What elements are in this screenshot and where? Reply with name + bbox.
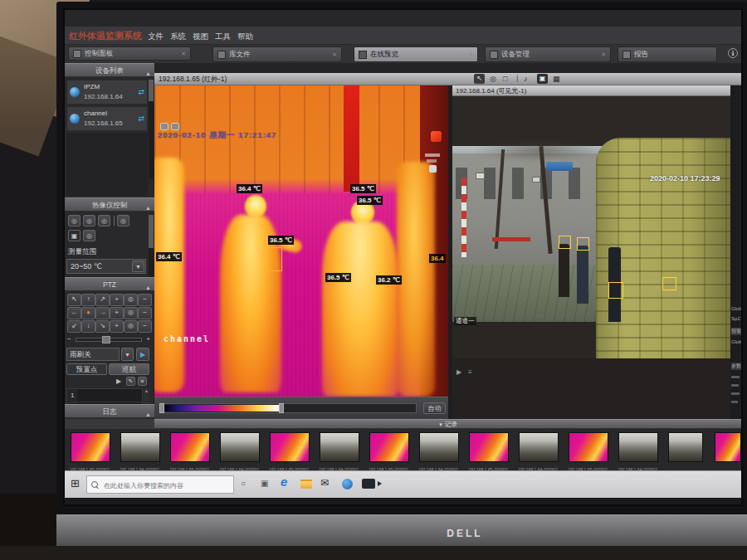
ptz-home-button[interactable]: ● (81, 307, 95, 319)
thermal-tool-button-4[interactable]: ◎ (117, 215, 129, 226)
ptz-iris-button[interactable]: ◎ (124, 307, 138, 319)
spot-measure-icon[interactable]: ◎ (490, 75, 496, 83)
device-list-header[interactable]: 设备列表 ▲ (65, 63, 154, 77)
device-item-ipzm[interactable]: IPZM 192.168.1.64 ⇄ (66, 80, 148, 105)
range-dropdown[interactable]: 20~50 ℃ ▼ (66, 259, 146, 274)
slider-minus-icon[interactable]: − (67, 335, 71, 343)
wiper-dropdown[interactable]: 雨刷关 (66, 348, 120, 361)
thermal-tool-button-5[interactable]: ▣ (68, 230, 81, 241)
tab-live-preview[interactable]: 在线预览 ✕ (354, 46, 478, 62)
tab-close-icon[interactable]: ✕ (181, 51, 186, 57)
record-thumbnail-12[interactable]: 192.168.1.64-202002... (618, 432, 658, 462)
playback-play-icon[interactable]: ▶ (456, 368, 461, 376)
collapse-icon[interactable]: ▲ (145, 67, 151, 80)
record-thumbnail-2[interactable]: 192.168.1.64-202002... (120, 432, 160, 462)
slider-plus-icon[interactable]: + (146, 335, 150, 343)
slider-handle[interactable] (102, 336, 110, 343)
tab-control-panel[interactable]: 控制面板 ✕ (68, 46, 191, 61)
tab-close-icon[interactable]: ✕ (332, 51, 337, 58)
thermal-video-feed[interactable]: ▢ ▢ 2020-02-10 星期一 17:21:47 36.4 ℃ 36.5 … (154, 85, 448, 397)
info-icon[interactable]: ℹ (728, 48, 738, 58)
ptz-down-button[interactable]: ↓ (81, 320, 95, 333)
start-button[interactable]: ⊞ (71, 477, 80, 489)
search-box[interactable] (86, 475, 234, 494)
collapse-icon[interactable]: ▲ (145, 408, 151, 421)
collapse-icon[interactable]: ▲ (145, 202, 151, 215)
menu-tools[interactable]: 工具 (215, 32, 231, 42)
layout-grid-icon[interactable]: ▦ (553, 75, 560, 83)
search-input[interactable] (102, 478, 232, 493)
edge-icon[interactable]: e (281, 475, 287, 489)
record-thumbnail-4[interactable]: 192.168.1.64-202002... (220, 432, 260, 462)
ptz-wiper-button[interactable]: − (138, 320, 152, 333)
ptz-light-button[interactable]: ◎ (124, 320, 138, 333)
sync-icon[interactable]: ⇄ (138, 114, 144, 123)
cortana-icon[interactable]: ○ (241, 479, 246, 488)
palette-handle-high[interactable] (279, 403, 284, 413)
preset-play-icon[interactable]: ▶ (116, 377, 121, 385)
folder-icon[interactable] (300, 480, 312, 489)
ptz-down-left-button[interactable]: ↙ (67, 320, 81, 333)
menu-file[interactable]: 文件 (148, 32, 164, 42)
record-thumbnail-3[interactable]: 192.168.1.65-202002... (170, 432, 210, 462)
tab-report[interactable]: 报告 (618, 46, 717, 62)
menu-view[interactable]: 视图 (193, 32, 208, 42)
record-thumbnail-partial[interactable] (668, 432, 703, 462)
auto-button[interactable]: 自动 (423, 402, 446, 414)
palette-handle-low[interactable] (159, 403, 164, 413)
thermal-tool-button-6[interactable]: ◎ (83, 230, 95, 241)
ptz-header[interactable]: PTZ ▲ (65, 277, 154, 291)
menu-system[interactable]: 系统 (170, 32, 186, 42)
snapshot-icon[interactable]: ▣ (537, 74, 548, 84)
ptz-down-right-button[interactable]: ↘ (95, 320, 110, 333)
record-thumbnail-1[interactable]: 192.168.1.65-202002... (71, 432, 110, 462)
record-thumbnail-partial-2[interactable] (715, 432, 741, 462)
record-thumbnail-8[interactable]: 192.168.1.64-202002... (419, 432, 459, 462)
ptz-zoom-in-button[interactable]: + (110, 294, 124, 306)
ptz-right-button[interactable]: → (95, 307, 110, 319)
device-item-channel[interactable]: channel 192.168.1.65 ⇄ (66, 106, 148, 131)
wiper-dropdown-arrow-icon[interactable]: ▼ (121, 348, 134, 361)
thermal-tool-button-2[interactable]: ◎ (83, 215, 95, 226)
wiper-apply-button[interactable]: ▶ (136, 348, 149, 361)
menu-help[interactable]: 帮助 (237, 32, 253, 42)
tab-close-icon[interactable]: ✕ (601, 51, 606, 58)
ptz-iris-in-button[interactable]: + (110, 320, 124, 333)
visible-video-feed[interactable]: 2020-02-10 17:23:29 通道一 (452, 96, 730, 358)
device-list-scrollbar[interactable] (149, 80, 154, 179)
thermal-tool-button-3[interactable]: ◎ (98, 215, 110, 226)
record-thumbnail-6[interactable]: 192.168.1.64-202002... (320, 432, 359, 462)
ptz-speed-slider[interactable]: − + (67, 335, 150, 344)
record-thumbnail-5[interactable]: 192.168.1.65-202002... (270, 432, 310, 462)
preset-row-1[interactable]: 1 (67, 389, 142, 402)
camera-app-icon[interactable] (362, 479, 375, 489)
ptz-up-left-button[interactable]: ↖ (67, 294, 81, 306)
playback-list-icon[interactable]: ≡ (468, 368, 472, 376)
thermal-tool-button-1[interactable]: ◎ (68, 215, 81, 226)
record-strip-header[interactable]: ▼ 记录 (154, 419, 741, 429)
audio-icon[interactable]: ♪ (524, 75, 528, 83)
tab-close-icon[interactable]: ✕ (468, 51, 473, 58)
record-toggle-icon[interactable]: ▼ (438, 422, 443, 427)
record-thumbnail-9[interactable]: 192.168.1.65-202002... (469, 432, 509, 462)
dropdown-arrow-icon[interactable]: ▼ (132, 261, 144, 272)
ptz-focus-in-button[interactable]: + (110, 307, 124, 319)
cruise-button[interactable]: 巡航 (109, 363, 149, 375)
cursor-tool-icon[interactable]: ↖ (474, 74, 485, 84)
collapse-icon[interactable]: ▲ (145, 281, 151, 295)
tab-device-management[interactable]: 设备管理 ✕ (485, 46, 611, 62)
messaging-app-icon[interactable] (342, 479, 353, 489)
record-thumbnail-10[interactable]: 192.168.1.64-202002... (519, 432, 559, 462)
ptz-focus-out-button[interactable]: − (138, 307, 152, 319)
preset-delete-icon[interactable]: ✕ (138, 377, 147, 386)
region-measure-icon[interactable]: □ (503, 75, 507, 83)
mail-icon[interactable]: ✉ (320, 477, 329, 489)
log-header[interactable]: 日志 ▲ (65, 404, 154, 418)
thermal-control-header[interactable]: 热像仪控制 ▲ (65, 197, 154, 212)
record-thumbnail-7[interactable]: 192.168.1.65-202002... (369, 432, 409, 462)
ptz-left-button[interactable]: ← (67, 307, 81, 319)
ptz-up-button[interactable]: ↑ (81, 294, 95, 306)
preset-edit-icon[interactable]: ✎ (126, 377, 135, 386)
tab-library[interactable]: 库文件 ✕ (212, 46, 342, 62)
sync-icon[interactable]: ⇄ (138, 88, 144, 96)
